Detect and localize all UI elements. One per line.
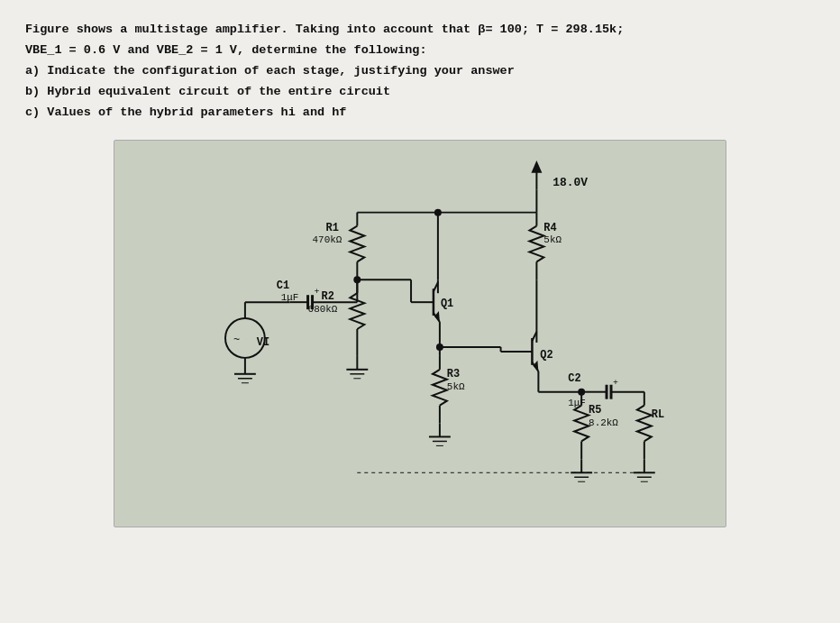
svg-point-95: [436, 344, 443, 351]
problem-line1: Figure shows a multistage amplifier. Tak…: [25, 20, 815, 41]
svg-text:470kΩ: 470kΩ: [313, 234, 342, 245]
problem-line3: a) Indicate the configuration of each st…: [25, 61, 815, 82]
svg-text:~: ~: [233, 334, 240, 346]
svg-text:5kΩ: 5kΩ: [447, 380, 465, 391]
svg-text:R5: R5: [589, 403, 601, 416]
svg-text:+: +: [613, 377, 618, 387]
svg-rect-0: [115, 141, 726, 527]
problem-line2: VBE_1 = 0.6 V and VBE_2 = 1 V, determine…: [25, 41, 815, 61]
svg-text:R1: R1: [325, 221, 338, 234]
svg-text:8.2kΩ: 8.2kΩ: [589, 417, 618, 427]
svg-text:RL: RL: [652, 408, 664, 420]
svg-text:R2: R2: [322, 290, 334, 303]
svg-text:C2: C2: [568, 371, 580, 384]
svg-text:1μF: 1μF: [568, 397, 586, 408]
svg-text:18.0V: 18.0V: [552, 175, 588, 188]
svg-text:5kΩ: 5kΩ: [543, 234, 562, 245]
svg-text:+: +: [315, 287, 320, 297]
svg-text:Q2: Q2: [540, 349, 552, 362]
problem-line5: c) Values of the hybrid parameters hi an…: [25, 103, 815, 124]
svg-text:Q1: Q1: [441, 298, 453, 310]
svg-text:C1: C1: [277, 279, 289, 292]
problem-line4: b) Hybrid equivalent circuit of the enti…: [25, 82, 815, 103]
circuit-diagram: 18.0V R4 5kΩ R1 470kΩ: [114, 140, 726, 527]
svg-point-94: [353, 276, 361, 283]
svg-text:R4: R4: [543, 221, 556, 234]
page-content: Figure shows a multistage amplifier. Tak…: [0, 0, 840, 536]
svg-text:R3: R3: [447, 367, 460, 380]
circuit-svg: 18.0V R4 5kΩ R1 470kΩ: [114, 141, 726, 527]
problem-text: Figure shows a multistage amplifier. Tak…: [25, 20, 815, 124]
svg-text:VI: VI: [257, 336, 269, 349]
svg-point-96: [578, 388, 585, 395]
svg-point-93: [434, 208, 442, 215]
